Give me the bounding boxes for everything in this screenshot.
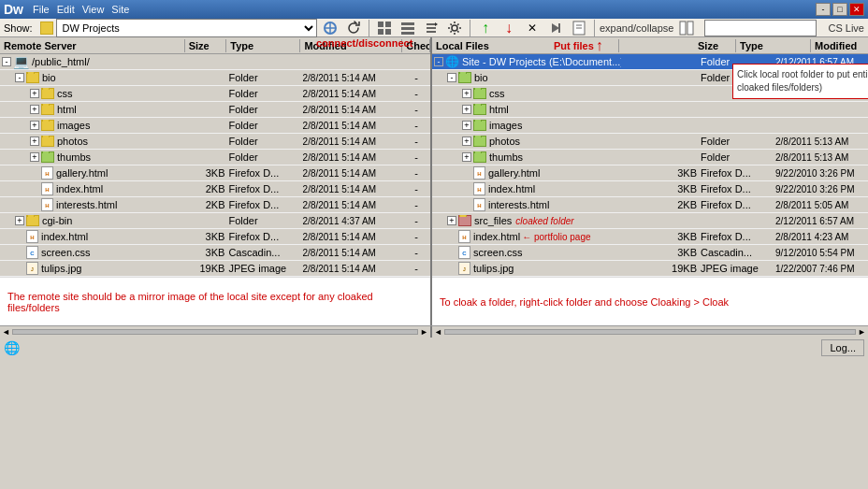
size-cell: 3KB — [657, 231, 699, 242]
sync2-icon[interactable] — [545, 18, 566, 38]
file-name: images — [489, 120, 522, 131]
file-name: interests.html — [488, 199, 549, 210]
settings-icon[interactable] — [444, 18, 465, 38]
table-row[interactable]: + css Folder 2/8/2011 5:14 AM - — [0, 86, 430, 102]
up-arrow-icon[interactable]: ↑ — [475, 18, 496, 38]
title-bar: Dw File Edit View Site - □ ✕ — [0, 0, 868, 19]
status-bar: 🌐 Log... — [0, 337, 868, 357]
table-row[interactable]: + photos Folder 2/8/2011 5:14 AM - — [0, 134, 430, 150]
expand-toggle[interactable]: - — [447, 73, 456, 82]
title-menu-file[interactable]: File — [29, 3, 53, 16]
dreamweaver-status-icon: 🌐 — [4, 340, 20, 355]
log-button[interactable]: Log... — [821, 339, 864, 356]
show-label: Show: — [4, 22, 33, 34]
expand-toggle[interactable]: + — [462, 121, 471, 130]
title-menu-site[interactable]: Site — [108, 3, 133, 16]
table-row[interactable]: C screen.css 3KB Cascadin... 9/12/2010 5… — [432, 245, 868, 261]
right-annotation: To cloak a folder, right-click folder an… — [432, 277, 868, 325]
search-input[interactable] — [704, 20, 817, 36]
file-name: bio — [42, 72, 56, 83]
type-cell: Firefox D... — [227, 183, 301, 194]
expand-toggle[interactable]: - — [2, 57, 11, 66]
expand-toggle[interactable]: + — [15, 216, 24, 225]
table-row[interactable]: J tulips.jpg 19KB JPEG image 2/8/2011 5:… — [0, 261, 430, 277]
expand-collapse-icon[interactable] — [676, 18, 697, 38]
table-row[interactable]: H index.html 3KB Firefox D... 9/22/2010 … — [432, 181, 868, 197]
close-button[interactable]: ✕ — [849, 3, 864, 16]
expand-toggle[interactable]: + — [30, 121, 39, 130]
type-cell: Folder — [699, 151, 774, 163]
title-menu-edit[interactable]: Edit — [53, 3, 79, 16]
table-row[interactable]: + images Folder 2/8/2011 5:14 AM - — [0, 118, 430, 134]
type-cell: Folder — [227, 88, 301, 99]
modified-cell: 2/8/2011 5:14 AM — [301, 137, 403, 147]
table-row[interactable]: + photos Folder 2/8/2011 5:13 AM - — [432, 134, 868, 150]
svg-rect-6 — [385, 29, 391, 35]
table-row[interactable]: H interests.html 2KB Firefox D... 2/8/20… — [432, 197, 868, 213]
expand-toggle[interactable]: + — [462, 89, 471, 98]
svg-point-11 — [452, 25, 457, 31]
expand-toggle[interactable]: + — [462, 137, 471, 146]
table-row[interactable]: H interests.html 2KB Firefox D... 2/8/20… — [0, 197, 430, 213]
size-cell: 3KB — [657, 167, 699, 179]
table-row[interactable]: C screen.css 3KB Cascadin... 2/8/2011 5:… — [0, 245, 430, 261]
type-cell: Folder — [227, 151, 301, 163]
refresh-icon[interactable] — [343, 18, 364, 38]
type-cell: Firefox D... — [699, 183, 774, 194]
cancel-transfer-icon[interactable]: ✕ — [522, 18, 542, 38]
expand-toggle[interactable]: - — [15, 73, 24, 82]
right-scrollbar[interactable]: ◄ ► — [432, 326, 868, 338]
maximize-button[interactable]: □ — [832, 3, 847, 16]
table-row[interactable]: + thumbs Folder 2/8/2011 5:14 AM - — [0, 150, 430, 165]
title-menu-view[interactable]: View — [79, 3, 108, 16]
table-row[interactable]: - bio Folder 2/8/2011 5:14 AM - — [0, 70, 430, 86]
table-row[interactable]: H index.html 3KB Firefox D... 2/8/2011 5… — [0, 229, 430, 245]
expand-toggle[interactable]: - — [434, 57, 443, 66]
table-row[interactable]: + src_files cloaked folder 2/12/2011 6:5… — [432, 213, 868, 229]
sync-icon[interactable] — [421, 18, 441, 38]
left-scrollbar[interactable]: ◄ ► — [0, 326, 432, 338]
cs-live-label[interactable]: CS Live — [828, 22, 864, 34]
expand-toggle[interactable]: + — [30, 89, 39, 98]
table-row[interactable]: + images — [432, 118, 868, 134]
modified-cell: 1/22/2007 7:46 PM — [774, 264, 868, 274]
table-row[interactable]: - 💻 /public_html/ — [0, 54, 430, 70]
expand-toggle[interactable]: + — [462, 105, 471, 114]
new-file-icon[interactable] — [569, 18, 589, 38]
size-cell: 2KB — [657, 199, 699, 210]
check-cell: - — [402, 231, 430, 242]
table-row[interactable]: H index.html ← portfolio page 3KB Firefo… — [432, 229, 868, 245]
table-row[interactable]: H gallery.html 3KB Firefox D... 9/22/201… — [432, 165, 868, 181]
down-arrow-icon[interactable]: ↓ — [499, 18, 519, 38]
table-row[interactable]: + html Folder 2/8/2011 5:14 AM - — [0, 102, 430, 118]
cloaked-label: cloaked folder — [515, 216, 573, 226]
minimize-button[interactable]: - — [816, 3, 831, 16]
connect-disconnect-label[interactable]: connect/disconnect — [316, 37, 412, 49]
file-name: photos — [57, 136, 88, 147]
expand-toggle[interactable]: + — [462, 152, 471, 162]
connect-icon[interactable] — [320, 18, 340, 38]
show-dropdown[interactable]: DW Projects — [56, 19, 317, 37]
folder-icon — [458, 215, 471, 226]
root-label: Site - DW Projects (E:\Document...) — [462, 56, 621, 67]
table-row[interactable]: H index.html 2KB Firefox D... 2/8/2011 5… — [0, 181, 430, 197]
check-cell: - — [402, 215, 430, 226]
table-row[interactable]: + html — [432, 102, 868, 118]
svg-rect-5 — [378, 29, 383, 35]
table-row[interactable]: H gallery.html 3KB Firefox D... 2/8/2011… — [0, 165, 430, 181]
type-cell: Folder — [227, 104, 301, 115]
file-name: index.html — [56, 183, 103, 194]
table-row[interactable]: + cgi-bin Folder 2/8/2011 4:37 AM - — [0, 213, 430, 229]
expand-toggle[interactable]: + — [30, 152, 39, 162]
list-view-icon[interactable] — [398, 18, 418, 38]
table-row[interactable]: + thumbs Folder 2/8/2011 5:13 AM - — [432, 150, 868, 165]
grid-view-icon[interactable] — [374, 18, 395, 38]
table-row[interactable]: J tulips.jpg 19KB JPEG image 1/22/2007 7… — [432, 261, 868, 277]
expand-toggle[interactable]: + — [30, 137, 39, 146]
folder-icon — [41, 104, 54, 115]
file-name: html — [489, 104, 509, 115]
expand-toggle[interactable]: + — [447, 216, 456, 225]
expand-toggle[interactable]: + — [30, 105, 39, 114]
file-name: index.html — [41, 231, 88, 242]
type-cell: Folder — [227, 120, 301, 131]
